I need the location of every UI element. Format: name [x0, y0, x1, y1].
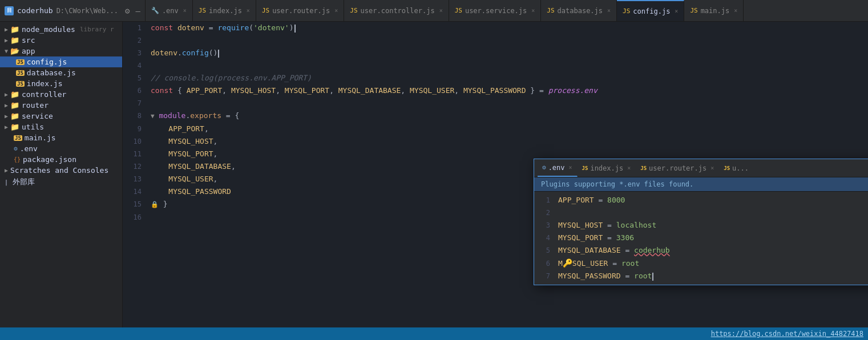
env-icon: ⚙ — [14, 145, 18, 152]
tab-user-service[interactable]: JS user.service.js × — [449, 0, 542, 21]
sidebar-item-external[interactable]: | 外部库 — [0, 176, 122, 188]
popup-line-1: 1 APP_PORT = 8000 — [534, 194, 868, 207]
tab-user-service-close[interactable]: × — [531, 7, 535, 14]
config-label: config.js — [27, 58, 67, 66]
line-num-6: 6 — [123, 84, 148, 97]
sidebar-item-service[interactable]: ▶ 📁 service — [0, 111, 122, 122]
popup-tab-env[interactable]: ⚙ .env × — [538, 159, 578, 177]
popup-line-num-6: 6 — [534, 257, 556, 270]
tab-database[interactable]: JS database.js × — [541, 0, 617, 21]
code-line-8: 8 ▼ module.exports = { — [123, 110, 868, 123]
popup-index-close[interactable]: × — [627, 165, 631, 171]
arrow-icon-utils: ▶ — [5, 124, 8, 130]
sidebar: ▶ 📁 node_modules library r ▶ 📁 src ▼ 📂 a… — [0, 22, 123, 327]
tab-user-router-close[interactable]: × — [334, 7, 338, 14]
tab-config-label: config.js — [633, 7, 670, 15]
folder-icon-router: 📁 — [10, 101, 19, 110]
main-content: ▶ 📁 node_modules library r ▶ 📁 src ▼ 📂 a… — [0, 22, 868, 327]
js-file-icon: JS — [199, 7, 206, 14]
tab-env[interactable]: 🔧 .env × — [146, 0, 193, 21]
sidebar-item-src[interactable]: ▶ 📁 src — [0, 35, 122, 46]
code-line-3: 3 dotenv.config() — [123, 47, 868, 59]
tab-main-close[interactable]: × — [734, 7, 737, 14]
tab-user-router[interactable]: JS user.router.js × — [256, 0, 344, 21]
sidebar-item-env[interactable]: ⚙ .env — [0, 143, 122, 154]
sidebar-item-index[interactable]: JS index.js — [0, 78, 122, 89]
popup-line-content-3: MYSQL_HOST = localhost — [556, 219, 868, 232]
popup-line-content-5: MYSQL_DATABASE = coderhub — [556, 244, 868, 257]
tab-index-close[interactable]: × — [247, 7, 250, 14]
tab-index-js[interactable]: JS index.js × — [193, 0, 256, 21]
tab-user-service-label: user.service.js — [465, 7, 527, 15]
popup-env-close[interactable]: × — [569, 164, 572, 171]
popup-js-icon-2: JS — [640, 165, 647, 171]
popup-notice-text: Plugins supporting *.env files found. — [541, 180, 693, 188]
settings-icon[interactable]: ⚙ — [125, 6, 130, 15]
line-content-2 — [148, 34, 868, 47]
popup-tab-user-router[interactable]: JS user.router.js × — [636, 159, 719, 177]
tab-main-label: main.js — [701, 7, 730, 15]
sidebar-item-router[interactable]: ▶ 📁 router — [0, 100, 122, 111]
line-content-8: ▼ module.exports = { — [148, 110, 868, 123]
arrow-icon-router: ▶ — [5, 102, 8, 108]
status-bar-link[interactable]: https://blog.csdn.net/weixin_44827418 — [711, 330, 863, 338]
line-num-4: 4 — [123, 59, 148, 72]
sidebar-item-utils[interactable]: ▶ 📁 utils — [0, 122, 122, 132]
popup-line-7: 7 MYSQL_PASSWORD = root — [534, 270, 868, 282]
line-content-7 — [148, 97, 868, 110]
sidebar-item-package[interactable]: {} package.json — [0, 154, 122, 165]
sidebar-item-app[interactable]: ▼ 📂 app — [0, 46, 122, 56]
tab-user-controller-label: user.controller.js — [361, 7, 435, 15]
project-icon: 目 — [5, 6, 14, 15]
service-label: service — [22, 112, 53, 120]
js-icon-index: JS — [16, 81, 25, 87]
popup-env-icon: ⚙ — [542, 164, 546, 171]
popup-tab-index[interactable]: JS index.js × — [578, 159, 636, 177]
js-file-icon-7: JS — [690, 7, 697, 14]
arrow-icon-scratches: ▶ — [5, 167, 8, 173]
env-label: .env — [20, 144, 38, 153]
line-num-11: 11 — [123, 148, 148, 160]
sidebar-item-database[interactable]: JS database.js — [0, 67, 122, 78]
arrow-icon-controller: ▶ — [5, 91, 8, 98]
line-content-9: APP_PORT, — [148, 123, 868, 135]
js-file-icon-5: JS — [547, 7, 554, 14]
tab-user-controller-close[interactable]: × — [439, 7, 443, 14]
js-file-icon-4: JS — [455, 7, 462, 14]
popup-user-router-close[interactable]: × — [710, 165, 714, 171]
tab-index-label: index.js — [209, 7, 242, 15]
tab-database-close[interactable]: × — [607, 7, 611, 14]
line-content-3: dotenv.config() — [148, 47, 868, 59]
json-icon: {} — [14, 156, 21, 163]
editor-area[interactable]: 1 const dotenv = require('dotenv') 2 3 d… — [123, 22, 868, 327]
tab-env-close[interactable]: × — [183, 7, 187, 14]
popup-js-icon-3: JS — [724, 165, 730, 171]
popup-line-3: 3 MYSQL_HOST = localhost — [534, 219, 868, 232]
sidebar-item-main[interactable]: JS main.js — [0, 132, 122, 143]
popup-line-num-1: 1 — [534, 194, 556, 207]
tab-user-controller[interactable]: JS user.controller.js × — [344, 0, 449, 21]
line-num-1: 1 — [123, 22, 148, 34]
project-section: 目 coderhub D:\CWork\Web... ⚙ — — [0, 0, 146, 21]
main-label: main.js — [25, 133, 56, 142]
sidebar-item-node-modules[interactable]: ▶ 📁 node_modules library r — [0, 24, 122, 35]
sidebar-item-controller[interactable]: ▶ 📁 controller — [0, 89, 122, 100]
minimize-icon[interactable]: — — [135, 6, 140, 15]
popup-line-num-7: 7 — [534, 270, 556, 282]
js-file-icon-3: JS — [350, 7, 357, 14]
index-label: index.js — [27, 79, 63, 88]
js-file-icon-2: JS — [262, 7, 269, 14]
tab-config[interactable]: JS config.js × — [617, 0, 684, 21]
folder-icon-app: 📂 — [10, 47, 19, 55]
project-name: coderhub — [17, 6, 53, 15]
sidebar-item-scratches[interactable]: ▶ Scratches and Consoles — [0, 165, 122, 176]
folder-icon-controller: 📁 — [10, 90, 19, 99]
tab-main[interactable]: JS main.js × — [684, 0, 744, 21]
popup-tab-u[interactable]: JS u... — [719, 159, 754, 177]
tab-config-close[interactable]: × — [675, 8, 678, 14]
popup-line-content-7: MYSQL_PASSWORD = root — [556, 270, 868, 282]
line-num-13: 13 — [123, 173, 148, 185]
sidebar-item-config[interactable]: JS config.js — [0, 56, 122, 67]
code-line-6: 6 const { APP_PORT, MYSQL_HOST, MYSQL_PO… — [123, 84, 868, 97]
popup-js-icon: JS — [582, 165, 588, 171]
